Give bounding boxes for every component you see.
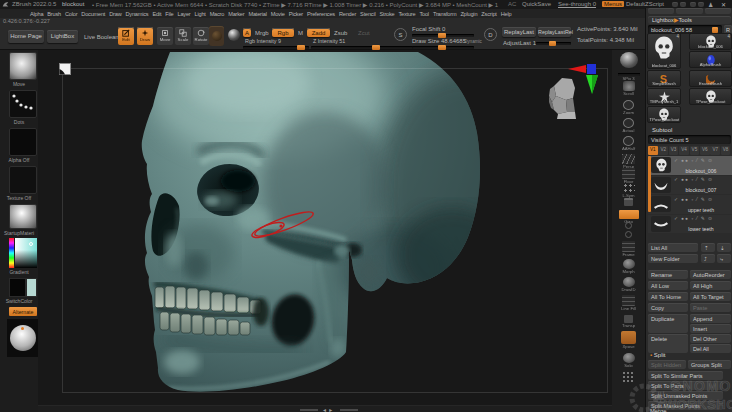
move-button[interactable]: Move [157,27,173,45]
menu-render[interactable]: Render [339,11,356,17]
menu-dynamics[interactable]: Dynamics [125,11,148,17]
focal-shift-slider[interactable]: Focal Shift 0 [412,26,445,32]
scale-button[interactable]: Scale [175,27,191,45]
subtool-tab-v6[interactable]: V6 [700,146,710,155]
defaultzscript-button[interactable]: DefaultZScript [626,1,664,7]
button-paste[interactable]: Paste [690,303,731,312]
rgb-intensity-slider[interactable]: Rgb Intensity 9 [245,38,281,44]
sculptris-sphere-icon[interactable] [228,29,240,41]
hue-strip[interactable] [9,238,14,268]
menu-marker[interactable]: Marker [228,11,244,17]
subtool-row-blockout-007[interactable]: ✓ ●● ▫ ⁄ ✎ ⊙blockout_007 [648,176,732,195]
button-insert[interactable]: Insert [690,324,731,333]
tool-thumb-alphabrush[interactable]: AlphaBrush [689,51,732,68]
mrgb-button[interactable]: Mrgb [255,30,269,36]
subtool-scrollbar[interactable] [648,156,651,212]
subtool-tab-v5[interactable]: V5 [690,146,700,155]
window-icon-3[interactable] [690,2,696,7]
menu-help[interactable]: Help [501,11,512,17]
close-button[interactable]: ✕ [721,1,726,8]
tool-thumb-blockout-006[interactable]: 4blockout_006 [689,33,732,50]
shelf-circle-button[interactable] [616,231,641,238]
button-split-to-parts[interactable]: Split To Parts [648,381,723,390]
stroke-thumbnail[interactable] [9,90,37,118]
adjust-last-slider[interactable]: AdjustLast 1 [503,40,536,46]
subtool-row-lower-teeth[interactable]: ✓ ●● ▫ ⁄ ✎ ⊙lower teeth [648,215,732,234]
subtool-row-icons[interactable]: ✓ ●● ▫ ⁄ ✎ ⊙ [674,158,713,163]
tool-thumb-tpose-blockout[interactable]: TPose_blockout [689,88,732,105]
document-canvas[interactable] [38,50,612,405]
button-del-other[interactable]: Del Other [690,334,731,343]
menu-zscript[interactable]: Zscript [481,11,496,17]
button-folder-move[interactable]: ⤷ [717,254,731,263]
zcut-button[interactable]: Zcut [358,30,370,36]
button-all-to-target[interactable]: All To Target [690,292,731,301]
button-del-all[interactable]: Del All [690,344,731,353]
shelf-lock-button[interactable] [616,198,641,206]
rotate-button[interactable]: Rotate [193,27,209,45]
button-move-down[interactable]: ⇣ [717,243,731,252]
zsub-button[interactable]: Zsub [334,30,347,36]
subtool-tab-v3[interactable]: V3 [669,146,679,155]
shelf-xpose-button[interactable]: Xpose [616,331,641,349]
button-duplicate[interactable]: Duplicate [648,314,688,333]
button-folder-up[interactable]: ⤴ [701,254,715,263]
home-page-button[interactable]: Home Page [8,30,44,43]
stroke-d-icon[interactable]: D [484,28,497,41]
button-move-up[interactable]: ⇡ [701,243,715,252]
subtool-tab-v1[interactable]: V1 [648,146,658,155]
draw-button[interactable]: Draw [137,27,153,45]
shelf-line-fill-button[interactable]: Line Fill [616,295,641,311]
replay-last-button[interactable]: ReplayLast [502,27,536,37]
m-button[interactable]: M [298,30,303,36]
shelf-morph-button[interactable]: Morph [616,259,641,274]
shelf-sphere-button[interactable] [616,52,641,68]
shelf-gear-button[interactable] [616,222,641,229]
button-list-all[interactable]: List All [648,243,698,252]
button-rename[interactable]: Rename [648,270,688,279]
subtool-header[interactable]: Subtool [652,127,672,133]
replay-last-rel-button[interactable]: ReplayLastRel [538,27,571,37]
button-delete[interactable]: Delete [648,334,688,353]
menu-stencil[interactable]: Stencil [360,11,375,17]
z-intensity-track[interactable] [311,46,425,49]
shelf-transp-button[interactable]: Transp [616,315,641,328]
menu-document[interactable]: Document [81,11,105,17]
draw-size-slider[interactable]: Draw Size 48.64685 [412,38,466,44]
shelf-aahalf-button[interactable]: AAHalf [616,136,641,151]
menu-picker[interactable]: Picker [289,11,303,17]
zadd-button[interactable]: Zadd [307,28,330,37]
rgb-button[interactable]: Rgb [272,28,294,37]
window-icon-2[interactable] [680,2,686,7]
menus-button[interactable]: Menus [602,1,624,7]
menu-light[interactable]: Light [195,11,206,17]
shelf-l-sym-button[interactable]: L.Sym [616,183,641,198]
menu-brush[interactable]: Brush [47,11,61,17]
alpha-thumbnail[interactable] [9,128,37,156]
button-append[interactable]: Append [690,314,731,323]
menu-preferences[interactable]: Preferences [307,11,335,17]
menu-color[interactable]: Color [65,11,77,17]
tool-thumb-eraserbrush[interactable]: EraserBrush [689,70,732,87]
button-all-low[interactable]: All Low [648,281,688,290]
brush-thumbnail[interactable] [9,52,37,80]
shelf-floor-button[interactable]: Floor [616,168,641,184]
button-autoreorder[interactable]: AutoReorder [690,270,731,279]
window-icon-1[interactable] [672,2,678,7]
button-split-hidden[interactable]: Split Hidden [648,360,686,369]
merge-section-header[interactable]: Merge [650,408,666,412]
button-new-folder[interactable]: New Folder [648,254,698,263]
page-icon[interactable] [59,63,71,75]
button-split-unmasked-points[interactable]: Split Unmasked Points [648,391,723,400]
button-groups-split[interactable]: Groups Split [688,360,731,369]
subtool-tab-v4[interactable]: V4 [679,146,689,155]
subtool-row-icons[interactable]: ✓ ●● ▫ ⁄ ✎ ⊙ [674,197,713,202]
tool-thumb-tpose-blockout[interactable]: TPose_blockout [647,106,681,123]
scroll-arrows[interactable]: ◄ ► [322,407,333,412]
menu-material[interactable]: Material [248,11,266,17]
button-all-high[interactable]: All High [690,281,731,290]
shelf-drawid-button[interactable]: DrawID [616,277,641,292]
menu-texture[interactable]: Texture [398,11,415,17]
button-split-to-similar-parts[interactable]: Split To Similar Parts [648,371,723,380]
canvas-scrollbar[interactable]: ◄ ► [38,405,612,412]
